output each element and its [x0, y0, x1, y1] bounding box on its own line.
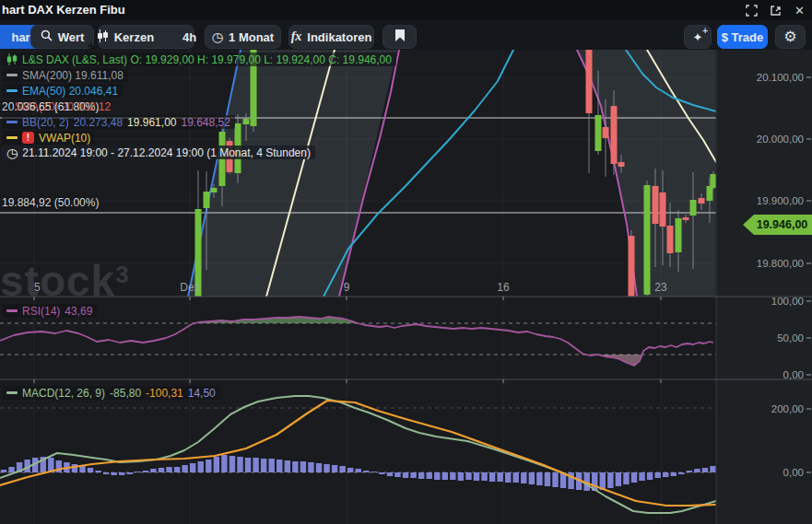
svg-text:100,00: 100,00 [771, 296, 804, 307]
settings-button[interactable]: ⚙ [775, 25, 806, 49]
warning-icon[interactable]: ! [22, 132, 34, 144]
title-bar: hart DAX Kerzen Fibu ✕ [0, 0, 812, 20]
gear-icon: ⚙ [783, 29, 796, 44]
rsi-line-icon [6, 309, 18, 312]
charttype-timeframe-group: Kerzen 4h [98, 25, 194, 49]
toolbar: hart Wert Kerzen [0, 20, 812, 50]
last-price-tag: 19.946,00 [743, 215, 812, 235]
chart-type-button[interactable]: Kerzen [88, 26, 163, 48]
trading-app-window: hart DAX Kerzen Fibu ✕ hart [0, 0, 812, 524]
period-button[interactable]: ◷ 1 Monat [205, 25, 281, 49]
bb-line-icon [6, 121, 18, 123]
macd-line-icon [6, 391, 18, 394]
window-title: hart DAX Kerzen Fibu [2, 3, 125, 17]
timeframe-button[interactable]: 4h [174, 26, 205, 48]
svg-text:9: 9 [344, 281, 350, 294]
svg-text:Dez: Dez [180, 281, 199, 294]
sparkle-icon: ✦+ [693, 30, 703, 44]
fib-label-618: 20.036,65 (61.80%) [2, 100, 99, 113]
candlestick-icon [6, 53, 18, 65]
legend-sma200-row[interactable]: SMA(200) 19.611,08 [2, 68, 128, 82]
candlestick-icon [97, 29, 109, 45]
magic-tools-button[interactable]: ✦+ [684, 25, 712, 49]
trade-button[interactable]: $ Trade [717, 25, 768, 49]
svg-text:50,00: 50,00 [777, 332, 804, 344]
legend-vwap-row[interactable]: ! VWAP(10) [2, 131, 95, 145]
svg-text:200,00: 200,00 [771, 403, 804, 414]
vwap-line-icon [6, 136, 18, 139]
bookmark-button[interactable] [382, 25, 417, 49]
date-range-row: ◷ 21.11.2024 19:00 - 27.12.2024 19:00 (1… [2, 146, 315, 159]
search-icon [41, 29, 53, 44]
ema-line-icon [6, 89, 18, 92]
legend-ema50-row[interactable]: EMA(50) 20.046,41 [2, 84, 123, 98]
clock-icon: ◷ [212, 30, 223, 43]
fullscreen-icon[interactable] [745, 4, 759, 17]
ohlc-text: L&S DAX (L&S, Last) O: 19.929,00 H: 19.9… [22, 53, 392, 66]
fx-icon: fx [291, 29, 302, 44]
legend-rsi-row[interactable]: RSI(14) 43,69 [2, 304, 97, 318]
svg-text:0,00: 0,00 [783, 467, 804, 478]
close-icon[interactable]: ✕ [793, 4, 806, 17]
stock3-watermark-logo: stock3 [0, 260, 130, 302]
chart-area: 20.100,0020.000,0019.900,0019.800,00100,… [0, 50, 812, 524]
sma-line-icon [6, 74, 18, 76]
legend-bb-row[interactable]: BB(20, 2) 20.273,48 19.961,00 19.648,52 [2, 115, 235, 129]
popout-icon[interactable] [769, 4, 783, 17]
title-bar-actions: ✕ [745, 4, 806, 17]
svg-text:23: 23 [654, 281, 667, 294]
svg-text:16: 16 [497, 281, 510, 294]
search-instrument-button[interactable]: Wert [30, 25, 94, 49]
bookmark-icon [395, 29, 405, 44]
svg-text:19.800,00: 19.800,00 [757, 258, 804, 269]
legend-instrument-row[interactable]: L&S DAX (L&S, Last) O: 19.929,00 H: 19.9… [2, 52, 396, 66]
indicators-button[interactable]: fx Indikatoren [288, 25, 374, 49]
clock-icon: ◷ [6, 146, 18, 159]
svg-text:20.000,00: 20.000,00 [757, 134, 804, 145]
svg-text:19.900,00: 19.900,00 [757, 195, 804, 206]
legend-macd-row[interactable]: MACD(12, 26, 9) -85,80 -100,31 14,50 [2, 386, 220, 400]
svg-text:20.100,00: 20.100,00 [757, 72, 804, 83]
fib-label-50: 19.884,92 (50.00%) [2, 196, 99, 209]
svg-text:0,00: 0,00 [783, 369, 804, 380]
